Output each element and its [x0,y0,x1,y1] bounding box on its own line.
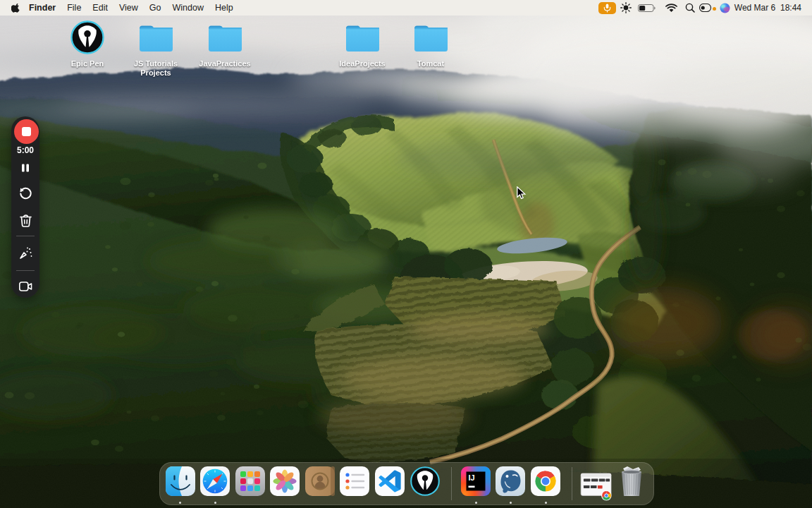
svg-text:IJ: IJ [469,473,475,482]
